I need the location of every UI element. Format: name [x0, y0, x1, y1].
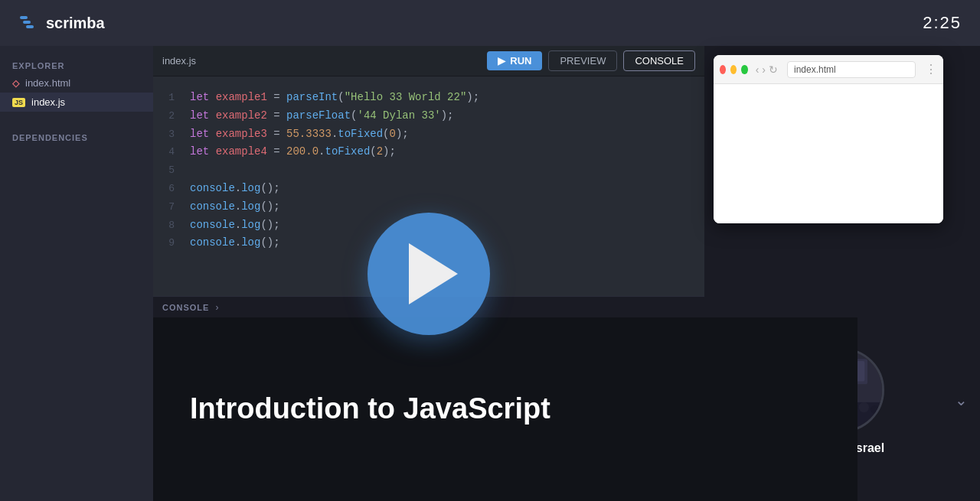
browser-minimize-dot[interactable]: [730, 65, 737, 74]
code-line-2: 2 let example2 = parseFloat('44 Dylan 33…: [153, 107, 704, 125]
editor-tabs: index.js ▶ RUN PREVIEW CONSOLE: [153, 46, 704, 76]
code-line-1: 1 let example1 = parseInt("Hello 33 Worl…: [153, 89, 704, 107]
console-caret-icon: ›: [215, 302, 218, 313]
browser-maximize-dot[interactable]: [741, 65, 747, 74]
svg-point-11: [871, 405, 879, 414]
browser-close-dot[interactable]: [720, 65, 726, 74]
left-bottom-section: Introduction to JavaScript: [153, 317, 858, 501]
browser-preview: ‹ › ↻ ⋮: [714, 55, 943, 223]
run-icon: ▶: [498, 55, 505, 67]
browser-chrome: ‹ › ↻ ⋮: [714, 55, 943, 84]
html-icon: ◇: [12, 78, 19, 89]
forward-icon[interactable]: ›: [762, 63, 766, 76]
dependencies-label: DEPENDENCIES: [0, 127, 153, 145]
lesson-title: Introduction to JavaScript: [190, 392, 858, 427]
svg-rect-2: [26, 25, 34, 28]
browser-nav-icons: ‹ › ↻: [756, 63, 778, 76]
sidebar-item-index-js[interactable]: JS index.js: [0, 93, 153, 112]
explorer-label: EXPLORER: [0, 55, 153, 73]
logo-icon: [18, 10, 40, 36]
logo: scrimba: [18, 10, 105, 36]
browser-content: [714, 84, 943, 223]
code-line-5: 5: [153, 161, 704, 180]
chevron-down-icon[interactable]: ⌄: [955, 391, 968, 409]
back-icon[interactable]: ‹: [756, 63, 760, 76]
sidebar: EXPLORER ◇ index.html JS index.js DEPEND…: [0, 46, 153, 501]
code-line-3: 3 let example3 = 55.3333.toFixed(0);: [153, 125, 704, 144]
topbar: scrimba 2:25: [0, 0, 980, 46]
code-line-4: 4 let example4 = 200.0.toFixed(2);: [153, 143, 704, 161]
console-button[interactable]: CONSOLE: [623, 50, 695, 71]
editor-tab-filename[interactable]: index.js: [162, 55, 196, 67]
play-icon: [409, 243, 458, 304]
browser-menu-icon[interactable]: ⋮: [925, 62, 937, 76]
logo-text: scrimba: [46, 15, 105, 32]
browser-url-bar[interactable]: [787, 61, 916, 78]
play-button[interactable]: [368, 213, 490, 335]
run-button[interactable]: ▶ RUN: [487, 51, 542, 70]
toolbar-buttons: ▶ RUN PREVIEW CONSOLE: [487, 50, 695, 71]
timer: 2:25: [923, 13, 962, 33]
svg-rect-1: [23, 21, 31, 24]
code-line-6: 6 console.log();: [153, 180, 704, 198]
preview-button[interactable]: PREVIEW: [548, 50, 617, 71]
sidebar-file-name-html: index.html: [25, 77, 70, 89]
sidebar-file-name-js: index.js: [31, 96, 65, 108]
svg-rect-0: [20, 16, 28, 19]
console-label: CONSOLE: [162, 303, 209, 312]
svg-point-10: [859, 402, 869, 412]
js-icon: JS: [12, 98, 25, 107]
refresh-icon[interactable]: ↻: [769, 63, 778, 76]
sidebar-item-index-html[interactable]: ◇ index.html: [0, 73, 153, 93]
